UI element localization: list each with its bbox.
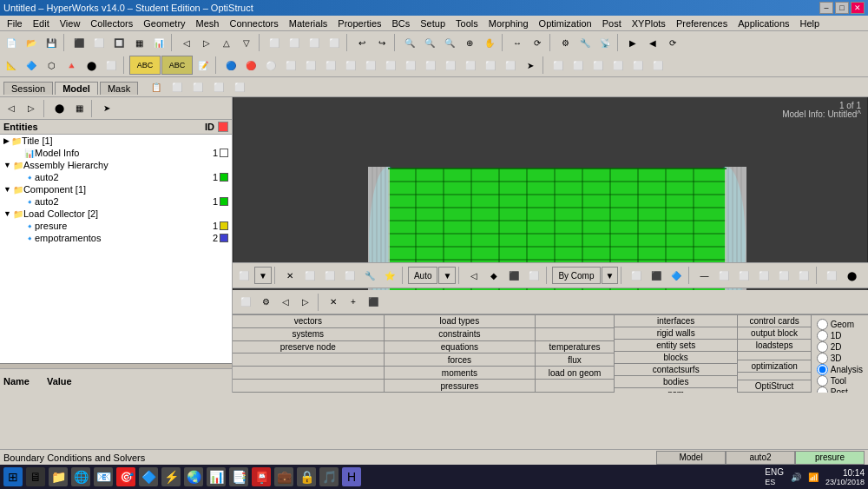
menu-connectors[interactable]: Connectors <box>224 17 283 30</box>
tb30[interactable]: 📐 <box>2 56 21 75</box>
bt14[interactable]: 🔷 <box>667 266 686 285</box>
taskbar-icon-12[interactable]: 💼 <box>274 467 293 486</box>
bt21[interactable]: ⬜ <box>822 266 841 285</box>
menu-properties[interactable]: Properties <box>332 17 386 30</box>
tree-item-assembly[interactable]: ▼ 📁 Assembly Hierarchy <box>0 159 232 171</box>
bt2-7[interactable]: ⬛ <box>364 293 383 312</box>
menu-tools[interactable]: Tools <box>450 17 483 30</box>
left-tb4[interactable]: ⬜ <box>209 77 228 96</box>
bt4[interactable]: ⬜ <box>320 266 339 285</box>
radio-1d[interactable]: 1D <box>817 330 863 341</box>
bc-blocks[interactable]: blocks <box>615 352 737 364</box>
tb36[interactable]: 📝 <box>194 56 213 75</box>
bt11[interactable]: ⬜ <box>524 266 543 285</box>
radio-2d[interactable]: 2D <box>817 341 863 353</box>
tb48[interactable]: ⬜ <box>441 56 460 75</box>
menu-xyplots[interactable]: XYPlots <box>627 17 671 30</box>
tb7[interactable]: ◁ <box>177 33 196 52</box>
bt7[interactable]: ⭐ <box>380 266 399 285</box>
tb2[interactable]: ⬛ <box>69 33 89 52</box>
bt2[interactable]: ✕ <box>280 266 299 285</box>
taskbar-icon-13[interactable]: 🔒 <box>297 467 316 486</box>
bt2-2[interactable]: ⚙ <box>256 293 275 312</box>
expand-title[interactable]: ▶ <box>3 136 10 145</box>
bt2-6[interactable]: + <box>344 293 363 312</box>
maximize-button[interactable]: □ <box>835 2 849 14</box>
taskbar-icon-3[interactable]: 🌐 <box>71 467 90 486</box>
bc-contactsurfs[interactable]: contactsurfs <box>615 364 737 376</box>
tree-item-presure[interactable]: 🔹 presure 1 <box>0 220 232 232</box>
menu-help[interactable]: Help <box>795 17 825 30</box>
taskbar-icon-7[interactable]: ⚡ <box>161 467 181 486</box>
save-btn[interactable]: 💾 <box>42 33 61 52</box>
tb5[interactable]: ▦ <box>129 33 148 52</box>
bc-interfaces[interactable]: interfaces <box>615 315 737 327</box>
taskbar-icon-5[interactable]: 🎯 <box>116 467 135 486</box>
left-tb2[interactable]: ⬜ <box>168 77 187 96</box>
menu-bcs[interactable]: BCs <box>387 17 416 30</box>
taskbar-volume-icon[interactable]: 🔊 <box>791 472 801 482</box>
bc-optistruct[interactable]: OptiStruct <box>738 380 810 393</box>
bc-vectors[interactable]: vectors <box>233 315 385 328</box>
bt9[interactable]: ◆ <box>484 266 503 285</box>
tb51[interactable]: ⬜ <box>501 56 520 75</box>
status-presure[interactable]: presure <box>795 451 865 465</box>
expand-loadcollector[interactable]: ▼ <box>3 209 11 218</box>
close-button[interactable]: ✕ <box>851 2 865 14</box>
tb22[interactable]: ↔ <box>508 33 527 52</box>
radio-post[interactable]: Post <box>817 387 863 393</box>
menu-file[interactable]: File <box>2 17 28 30</box>
tb-text1[interactable]: ABC <box>129 56 161 75</box>
open-btn[interactable]: 📂 <box>22 33 41 52</box>
tree-item-loadcollector[interactable]: ▼ 📁 Load Collector [2] <box>0 208 232 220</box>
bt15[interactable]: — <box>694 266 713 285</box>
tb13[interactable]: ⬜ <box>305 33 324 52</box>
bt2-3[interactable]: ◁ <box>276 293 295 312</box>
tb54[interactable]: ⬜ <box>569 56 588 75</box>
taskbar-icon-1[interactable]: 🖥 <box>26 467 45 486</box>
taskbar-icon-9[interactable]: 📊 <box>207 467 226 486</box>
bt12[interactable]: ⬜ <box>627 266 646 285</box>
tb31[interactable]: 🔷 <box>22 56 41 75</box>
expand-assembly[interactable]: ▼ <box>3 161 11 169</box>
bc-loadsteps[interactable]: loadsteps <box>738 340 810 352</box>
radio-tool[interactable]: Tool <box>817 375 863 387</box>
bc-flux[interactable]: flux <box>536 354 614 367</box>
tree-item-title[interactable]: ▶ 📁 Title [1] <box>0 135 232 147</box>
tb33[interactable]: 🔺 <box>62 56 81 75</box>
tb46[interactable]: ⬜ <box>401 56 420 75</box>
tb27[interactable]: ▶ <box>623 33 642 52</box>
tb38[interactable]: 🔴 <box>241 56 260 75</box>
menu-geometry[interactable]: Geometry <box>138 17 190 30</box>
tb14[interactable]: ⬜ <box>325 33 344 52</box>
tb45[interactable]: ⬜ <box>381 56 400 75</box>
tb49[interactable]: ⬜ <box>461 56 480 75</box>
tb35[interactable]: ⬜ <box>102 56 121 75</box>
bc-control-cards[interactable]: control cards <box>738 315 810 327</box>
left-tb2-5[interactable]: ➤ <box>97 99 116 118</box>
bc-forces[interactable]: forces <box>385 354 536 367</box>
tb17[interactable]: 🔍 <box>400 33 419 52</box>
taskbar-icon-hyperworks[interactable]: H <box>342 467 361 486</box>
bt3[interactable]: ⬜ <box>300 266 319 285</box>
tb24[interactable]: ⚙ <box>556 33 575 52</box>
taskbar-icon-8[interactable]: 🌏 <box>184 467 203 486</box>
tree-item-empotramentos[interactable]: 🔹 empotramentos 2 <box>0 232 232 244</box>
bt17[interactable]: ⬜ <box>734 266 753 285</box>
tb52[interactable]: ➤ <box>521 56 540 75</box>
viewport[interactable]: 1 of 1 Model Info: Untitled^ <box>233 97 868 393</box>
radio-analysis[interactable]: Analysis <box>817 364 863 375</box>
tree-item-auto2-component[interactable]: 🔹 auto2 1 <box>0 195 232 208</box>
tb29[interactable]: ⟳ <box>663 33 682 52</box>
tb8[interactable]: ▷ <box>197 33 216 52</box>
bt16[interactable]: ⬜ <box>714 266 733 285</box>
bt18[interactable]: ⬜ <box>754 266 773 285</box>
menu-preferences[interactable]: Preferences <box>671 17 733 30</box>
tb20[interactable]: ⊕ <box>460 33 479 52</box>
tb4[interactable]: 🔲 <box>109 33 128 52</box>
minimize-button[interactable]: – <box>819 2 833 14</box>
new-btn[interactable]: 📄 <box>2 33 21 52</box>
tb37[interactable]: 🔵 <box>221 56 240 75</box>
tb58[interactable]: ⬜ <box>648 56 667 75</box>
bt2-5[interactable]: ✕ <box>324 293 343 312</box>
